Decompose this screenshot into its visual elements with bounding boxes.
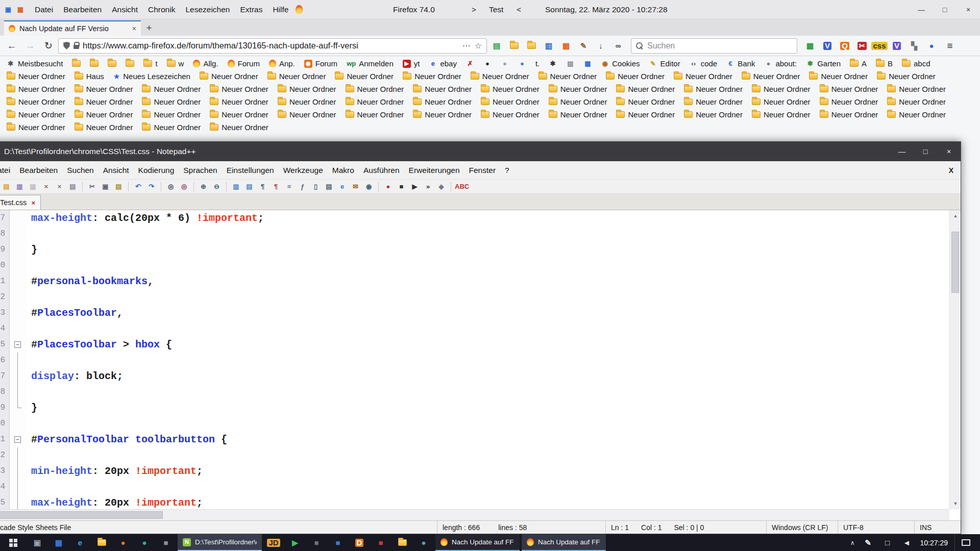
speaker-icon-button[interactable]: ◄ [900, 539, 914, 547]
indent-guide-icon[interactable]: ≡ [283, 181, 295, 192]
replace-icon[interactable]: ◎ [178, 181, 190, 192]
bookmark-item[interactable]: Neuer Ordner [196, 71, 262, 82]
bookmark-item[interactable]: Neuer Ordner [3, 71, 69, 82]
d-orange-icon-button[interactable]: D [349, 534, 370, 551]
bookmark-item[interactable]: abcd [898, 58, 934, 69]
bookmark-item[interactable]: Neuer Ordner [206, 96, 272, 107]
bookmark-item[interactable]: Neuer Ordner [71, 122, 137, 133]
bookmark-item[interactable]: t [140, 58, 161, 69]
stop-macro-icon[interactable]: ■ [396, 181, 407, 192]
search-input[interactable] [647, 41, 792, 51]
hamburger-menu-button[interactable]: ≡ [941, 38, 959, 54]
bookmark-item[interactable]: Neuer Ordner [670, 71, 736, 82]
bookmark-item[interactable]: Neuer Ordner [409, 109, 475, 120]
menu-ansicht[interactable]: Ansicht [107, 5, 143, 14]
app-window-icon-button[interactable]: ▦ [48, 534, 69, 551]
bookmark-item[interactable] [122, 59, 138, 68]
spellcheck-icon[interactable]: ABC [455, 181, 469, 192]
tracking-shield-icon[interactable] [63, 42, 70, 49]
doc-list-icon[interactable]: ▤ [323, 181, 335, 192]
scroll-up-button[interactable]: ▲ [950, 210, 961, 221]
ext-red-icon-button[interactable]: ✂ [853, 38, 871, 54]
pen-icon-button[interactable]: ✎ [862, 539, 875, 547]
basket-icon-button[interactable]: ▦ [557, 38, 575, 54]
reload-button[interactable]: ↻ [40, 38, 57, 54]
fold-collapse-button[interactable]: − [14, 436, 21, 443]
explorer-icon-button[interactable] [91, 534, 112, 551]
bookmark-item[interactable]: Neuer Ordner [138, 84, 204, 94]
ext-v-purple-icon-button[interactable]: V [888, 38, 905, 54]
restore-button[interactable]: □ [933, 0, 957, 19]
npp-menu-ansicht[interactable]: Ansicht [99, 166, 134, 175]
sidebar-pages-icon-button[interactable]: ▤ [488, 38, 505, 54]
bookmark-item[interactable]: Allg. [189, 58, 222, 69]
bookmark-item[interactable]: Neuer Ordner [3, 96, 69, 107]
app-cyan-icon-button[interactable]: ● [413, 534, 434, 551]
bookmark-item[interactable]: Neuer Ordner [71, 96, 137, 107]
url-bar[interactable]: ··· ☆ [58, 38, 487, 54]
minimize-button[interactable]: — [910, 0, 933, 19]
bookmark-item[interactable]: Neuer Ordner [138, 96, 204, 107]
vertical-scroll-thumb[interactable] [951, 232, 959, 293]
paste-icon[interactable]: ▤ [113, 181, 125, 192]
bookmark-item[interactable]: ◉Cookies [597, 58, 643, 69]
bookmark-item[interactable]: Neuer Ordner [545, 96, 611, 107]
bookmark-item[interactable]: ● [497, 59, 512, 69]
table-plus-icon-button[interactable]: ▩ [801, 38, 819, 54]
npp-doc-close-button[interactable]: X [949, 166, 953, 174]
bookmark-item[interactable]: Neuer Ordner [477, 109, 543, 120]
npp-menu-einstellungen[interactable]: Einstellungen [222, 166, 279, 175]
npp-menu-ausfhren[interactable]: Ausführen [359, 166, 404, 175]
run-macro-multi-icon[interactable]: » [422, 181, 434, 192]
bookmark-item[interactable]: Neuer Ordner [680, 84, 746, 94]
npp-close-button[interactable]: × [937, 142, 961, 161]
task-firefox-2[interactable]: Nach Update auf FF V... [522, 534, 606, 551]
close-all-icon[interactable]: × [54, 181, 65, 192]
edit-icon-button[interactable]: ✎ [575, 38, 592, 54]
download-icon-button[interactable]: ↓ [592, 38, 609, 54]
bookmark-item[interactable]: t. [532, 58, 543, 69]
bookmark-item[interactable]: ✗ [462, 59, 478, 69]
bookmark-item[interactable]: ● [514, 59, 530, 69]
save-icon[interactable]: ▥ [14, 181, 26, 192]
npp-menu-fenster[interactable]: Fenster [464, 166, 501, 175]
play-green-icon-button[interactable]: ▶ [284, 534, 306, 551]
zoom-out-icon[interactable]: ⊖ [211, 181, 223, 192]
bookmark-item[interactable]: ▶yt [399, 58, 424, 69]
bookmark-item[interactable]: Neuer Ordner [884, 84, 949, 94]
npp-menu-werkzeuge[interactable]: Werkzeuge [279, 166, 328, 175]
bookmark-item[interactable]: Forum [224, 58, 263, 69]
bookmark-item[interactable]: Neuer Ordner [873, 71, 939, 82]
bookmark-item[interactable]: Neuer Ordner [264, 71, 330, 82]
bookmark-item[interactable]: Neuer Ordner [274, 96, 340, 107]
app-blue2-icon-button[interactable]: ■ [327, 534, 349, 551]
menu-datei[interactable]: Datei [30, 5, 58, 14]
undo-icon[interactable]: ↶ [132, 181, 144, 192]
copy-icon[interactable]: ▣ [100, 181, 111, 192]
save-macro-icon[interactable]: ◆ [435, 181, 447, 192]
npp-menu-sprachen[interactable]: Sprachen [179, 166, 222, 175]
close-button[interactable]: × [957, 0, 980, 19]
eye-icon[interactable]: ◉ [363, 181, 375, 192]
bookmark-item[interactable]: Neuer Ordner [612, 96, 678, 107]
horizontal-scroll-thumb[interactable] [0, 511, 163, 519]
npp-menu-suchen[interactable]: Suchen [62, 166, 99, 175]
task-firefox-1[interactable]: Nach Update auf FF V... [435, 534, 520, 551]
bookmark-item[interactable]: Neuer Ordner [342, 84, 408, 94]
bookmark-item[interactable]: Neuer Ordner [206, 84, 272, 94]
npp-menu-kodierung[interactable]: Kodierung [134, 166, 179, 175]
bookmark-item[interactable]: ✽Garten [802, 58, 844, 69]
bookmark-item[interactable]: Neuer Ordner [680, 96, 746, 107]
bookmark-item[interactable]: Neuer Ordner [884, 96, 949, 107]
bookmark-item[interactable]: Neuer Ordner [399, 71, 465, 82]
browser-icon[interactable]: e [336, 181, 348, 192]
app-red-icon-button[interactable]: ■ [370, 534, 391, 551]
menu-lesezeichen[interactable]: Lesezeichen [180, 5, 235, 14]
quick-launch-icon-button[interactable]: ▣ [27, 534, 48, 551]
bookmark-item[interactable]: Neuer Ordner [138, 109, 204, 120]
bookmark-item[interactable]: Anp. [265, 58, 299, 69]
npp-menu-makro[interactable]: Makro [328, 166, 359, 175]
fold-collapse-button[interactable]: − [14, 341, 21, 348]
bookmark-star-icon[interactable]: ☆ [475, 41, 482, 51]
bookmark-item[interactable]: Neuer Ordner [602, 71, 668, 82]
